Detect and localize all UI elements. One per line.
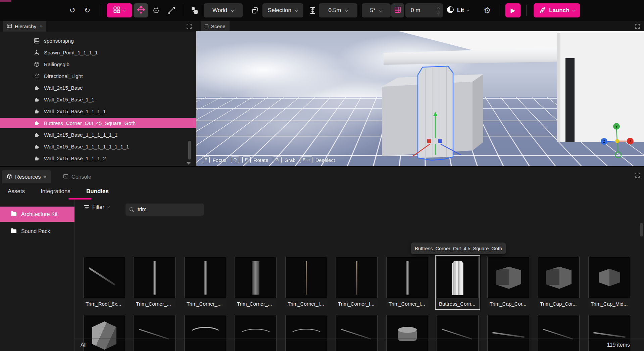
- scroll-down-arrow-icon[interactable]: [187, 162, 191, 165]
- bundle-controls: Filter: [75, 200, 644, 220]
- divider: [501, 5, 501, 16]
- tree-row[interactable]: sponsorspng: [0, 36, 196, 46]
- scene-icon: [205, 25, 208, 28]
- hierarchy-scrollbar-thumb[interactable]: [188, 141, 191, 160]
- expand-panel-icon[interactable]: [187, 24, 192, 29]
- puzzle-icon: [34, 132, 40, 138]
- move-snap-value: 0.5m: [329, 7, 341, 14]
- folder-icon: [11, 229, 16, 233]
- cube-icon: [34, 61, 40, 68]
- axis-z-label: Z: [603, 140, 605, 143]
- scene-tab-row: Scene: [196, 21, 644, 32]
- rotate-tool-button[interactable]: [149, 3, 163, 17]
- move-tool-button[interactable]: [134, 3, 148, 17]
- step-down-icon[interactable]: [437, 11, 440, 14]
- expand-viewport-icon[interactable]: [635, 24, 640, 29]
- settings-gear-button[interactable]: ⚙: [481, 3, 494, 17]
- app-window: ↺ ↻ World: [0, 0, 644, 351]
- transform-space-icon[interactable]: [188, 3, 201, 17]
- tree-row[interactable]: Spawn_Point_1_1_1_1: [0, 47, 196, 58]
- launch-button[interactable]: Launch: [534, 3, 580, 17]
- tree-row[interactable]: Wall_2x15_Base: [0, 83, 196, 93]
- asset-card[interactable]: Trim_Cap_Cor...: [538, 257, 580, 308]
- redo-button[interactable]: ↻: [81, 3, 94, 17]
- axis-x-label: X: [629, 139, 632, 143]
- play-button[interactable]: ▶: [505, 3, 521, 17]
- search-box[interactable]: [126, 204, 204, 216]
- hint-label: Focus: [213, 157, 227, 163]
- transform-space-dropdown[interactable]: World: [204, 3, 243, 17]
- tree-row[interactable]: Wall_2x15_Base_1_1_1_1_1_1_1_1: [0, 141, 196, 152]
- pivot-dropdown[interactable]: Selection: [262, 3, 303, 17]
- resources-body: Architecture Kit Sound Pack Filter: [0, 200, 644, 351]
- asset-tooltip: Buttress_Corner_Out_4.5_Square_Goth: [411, 243, 506, 254]
- hierarchy-panel: Hierarchy × sponsorspng Spawn_Point_1_1_…: [0, 21, 196, 166]
- undo-button[interactable]: ↺: [66, 3, 79, 17]
- key-hint: G: [273, 157, 282, 163]
- tab-hierarchy[interactable]: Hierarchy ×: [3, 21, 46, 32]
- tree-row[interactable]: Wall_2x15_Base_1_1_1_1_1_1: [0, 130, 196, 140]
- asset-card[interactable]: Trim_Corner_I...: [336, 257, 378, 308]
- tab-console[interactable]: Console: [58, 170, 96, 183]
- asset-card[interactable]: Trim_Corner_...: [184, 257, 226, 308]
- close-icon[interactable]: ×: [40, 24, 42, 29]
- resources-tab-label: Resources: [15, 174, 41, 180]
- divider: [526, 5, 527, 16]
- folder-icon: [11, 212, 16, 216]
- nav-integrations[interactable]: Integrations: [41, 188, 70, 195]
- tree-row[interactable]: Wall_2x15_Base_1_1_1_2: [0, 153, 196, 164]
- sidebar-item-architecture-kit[interactable]: Architecture Kit: [0, 207, 75, 222]
- grid-snap-icon: [394, 6, 401, 14]
- step-up-icon[interactable]: [437, 7, 440, 10]
- tab-resources[interactable]: Resources ×: [2, 170, 51, 183]
- rotate-snap-dropdown[interactable]: 5°: [362, 3, 391, 17]
- nav-assets[interactable]: Assets: [8, 188, 25, 195]
- move-tool-icon: [137, 6, 145, 15]
- render-mode-dropdown[interactable]: Lit: [446, 3, 469, 17]
- asset-card[interactable]: Trim_Cap_Cor...: [487, 257, 529, 308]
- resources-tab-row: Resources × Console: [0, 167, 644, 183]
- tree-row-selected[interactable]: Buttress_Corner_Out_45_Square_Goth: [0, 118, 196, 128]
- console-tab-label: Console: [71, 174, 91, 180]
- sidebar-item-sound-pack[interactable]: Sound Pack: [0, 224, 75, 239]
- nav-bundles[interactable]: Bundles: [86, 188, 109, 195]
- tab-scene[interactable]: Scene: [201, 21, 230, 32]
- asset-card[interactable]: Trim_Roof_8x...: [83, 257, 125, 308]
- hint-label: Deselect: [315, 157, 335, 163]
- orientation-gizmo[interactable]: Y Z X: [598, 120, 636, 161]
- scale-tool-button[interactable]: [164, 3, 178, 17]
- pivot-icon[interactable]: [248, 3, 262, 17]
- footer-all-filter[interactable]: All: [81, 342, 87, 348]
- play-icon: ▶: [511, 7, 515, 14]
- asset-card[interactable]: Trim_Corner_...: [134, 257, 176, 308]
- asset-card[interactable]: Trim_Corner_...: [235, 257, 277, 308]
- close-icon[interactable]: ×: [44, 174, 46, 179]
- grid-2x2-icon: [113, 6, 120, 14]
- move-snap-dropdown[interactable]: 0.5m: [319, 3, 357, 17]
- tree-row[interactable]: Wall_2x15_Base_1_1_1_1: [0, 106, 196, 117]
- asset-card-selected[interactable]: Buttress_Corn...: [437, 257, 479, 308]
- puzzle-icon: [34, 144, 40, 150]
- asset-card[interactable]: Trim_Cap_Mid...: [588, 257, 630, 308]
- image-icon: [34, 38, 40, 44]
- asset-card[interactable]: Trim_Corner_I...: [285, 257, 327, 308]
- asset-card[interactable]: Trim_Corner_I...: [386, 257, 428, 308]
- filter-button[interactable]: Filter: [84, 204, 109, 210]
- grid-footer: All 119 items: [75, 339, 644, 351]
- tree-row[interactable]: Railingsglb: [0, 59, 196, 70]
- puzzle-icon: [34, 108, 40, 115]
- chevron-down-icon: [466, 8, 469, 11]
- asset-library-button[interactable]: [107, 3, 132, 17]
- axis-y-label: Y: [615, 125, 618, 128]
- expand-resources-icon[interactable]: [635, 173, 640, 178]
- grid-scrollbar-thumb[interactable]: [640, 223, 643, 236]
- viewport-3d[interactable]: F Focus Q E Rotate G Grab Esc Deselect Y…: [196, 31, 644, 166]
- tree-row[interactable]: Directional_Light: [0, 71, 196, 81]
- rocket-icon: [539, 6, 546, 15]
- grid-offset-stepper[interactable]: 0 m: [405, 3, 443, 17]
- search-input[interactable]: [138, 207, 195, 213]
- tree-row[interactable]: Wall_2x15_Base_1_1: [0, 94, 196, 105]
- hierarchy-icon: [7, 23, 12, 30]
- hint-label: Rotate: [254, 157, 268, 163]
- grid-snap-toggle[interactable]: [391, 3, 404, 17]
